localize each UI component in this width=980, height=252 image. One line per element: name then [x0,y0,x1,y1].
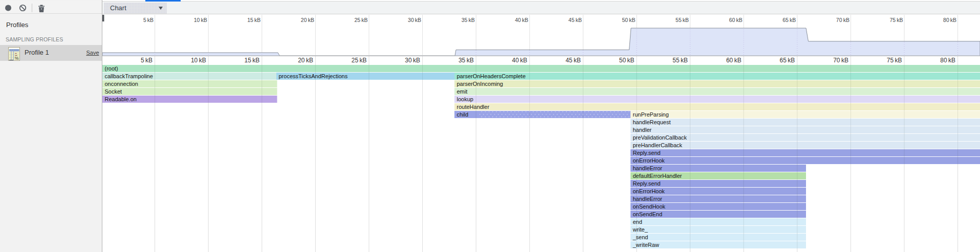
svg-text:80 kB: 80 kB [940,57,955,64]
svg-text:onErrorHook: onErrorHook [633,188,665,194]
svg-text:50 kB: 50 kB [619,57,635,64]
svg-text:45 kB: 45 kB [569,17,582,23]
svg-text:write_: write_ [633,226,648,233]
svg-text:35 kB: 35 kB [462,17,475,23]
svg-text:45 kB: 45 kB [565,57,581,64]
svg-text:onconnection: onconnection [105,81,138,87]
svg-text:handleError: handleError [633,196,663,202]
svg-text:65 kB: 65 kB [782,17,796,23]
svg-text:parserOnIncoming: parserOnIncoming [457,81,504,87]
svg-text:80 kB: 80 kB [943,17,956,23]
svg-text:15 kB: 15 kB [247,17,260,23]
svg-text:60 kB: 60 kB [729,17,743,23]
svg-text:10 kB: 10 kB [191,57,206,64]
svg-text:75 kB: 75 kB [889,17,903,23]
svg-text:5 kB: 5 kB [141,57,153,64]
svg-text:parserOnHeadersComplete: parserOnHeadersComplete [457,73,526,79]
svg-text:handleRequest: handleRequest [633,119,671,125]
svg-text:35 kB: 35 kB [459,57,474,64]
svg-text:5 kB: 5 kB [143,17,154,23]
svg-text:handler: handler [633,127,652,133]
svg-text:55 kB: 55 kB [676,17,689,23]
svg-text:65 kB: 65 kB [780,57,795,64]
svg-text:25 kB: 25 kB [354,17,367,23]
svg-text:10 kB: 10 kB [194,17,207,23]
svg-text:callbackTrampoline: callbackTrampoline [105,73,153,79]
svg-text:runPreParsing: runPreParsing [633,111,669,118]
svg-text:handleError: handleError [633,165,663,171]
svg-text:70 kB: 70 kB [836,17,850,23]
svg-text:20 kB: 20 kB [301,17,314,23]
svg-text:(root): (root) [105,65,118,72]
svg-text:onErrorHook: onErrorHook [633,157,665,164]
svg-text:Reply.send: Reply.send [633,180,661,187]
svg-text:_writeRaw: _writeRaw [633,242,659,248]
svg-text:75 kB: 75 kB [887,57,902,64]
svg-text:defaultErrorHandler: defaultErrorHandler [633,173,682,179]
svg-text:30 kB: 30 kB [408,17,421,23]
svg-text:child: child [457,111,469,118]
svg-text:Reply.send: Reply.send [633,150,661,156]
svg-text:55 kB: 55 kB [672,57,688,64]
svg-text:70 kB: 70 kB [833,57,848,64]
svg-text:50 kB: 50 kB [622,17,635,23]
svg-text:20 kB: 20 kB [298,57,313,64]
svg-text:40 kB: 40 kB [512,57,528,64]
svg-text:lookup: lookup [457,96,473,102]
svg-text:preValidationCallback: preValidationCallback [633,134,687,141]
svg-text:40 kB: 40 kB [515,17,528,23]
svg-text:Readable.on: Readable.on [105,96,137,102]
svg-text:_send: _send [633,234,648,240]
svg-text:onSendHook: onSendHook [633,203,666,210]
svg-text:preHandlerCallback: preHandlerCallback [633,142,683,148]
svg-text:%: % [15,56,19,61]
svg-text:routeHandler: routeHandler [457,104,490,110]
svg-text:emit: emit [457,88,468,95]
svg-text:60 kB: 60 kB [726,57,742,64]
svg-text:25 kB: 25 kB [352,57,367,64]
svg-text:onSendEnd: onSendEnd [633,211,663,217]
svg-text:processTicksAndRejections: processTicksAndRejections [279,73,348,79]
svg-text:end: end [633,219,642,225]
svg-text:30 kB: 30 kB [405,57,420,64]
svg-text:15 kB: 15 kB [245,57,260,64]
svg-text:Socket: Socket [105,88,122,95]
